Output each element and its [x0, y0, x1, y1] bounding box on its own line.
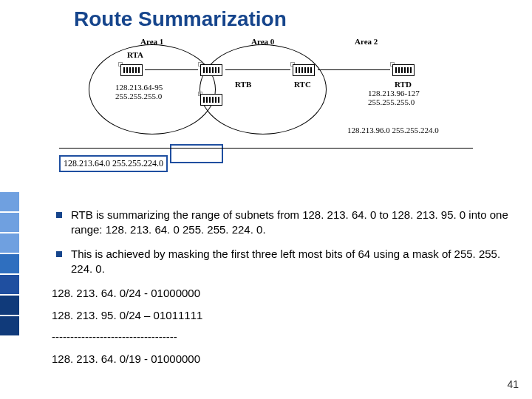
link [145, 69, 198, 70]
router-a-label: RTA [127, 50, 143, 59]
area-1-label: Area 1 [140, 37, 163, 46]
baseline [59, 148, 473, 149]
router-d-subnets: 128.213.96-127 255.255.255.0 [368, 89, 420, 106]
bullet-1: RTB is summarizing the range of subnets … [52, 208, 510, 236]
router-c-label: RTC [294, 80, 311, 89]
calc-line-1: 128. 213. 64. 0/24 - 01000000 [52, 286, 510, 301]
slide-root: Route Summarization Area 1 Area 0 Area 2… [0, 0, 532, 399]
router-icon [392, 64, 415, 76]
router-icon [120, 64, 143, 76]
decorative-sidebar [0, 192, 24, 337]
router-icon [293, 64, 315, 76]
router-a-net [118, 62, 123, 66]
area-0-boundary [200, 44, 327, 134]
summary-left-box: 128.213.64.0 255.255.224.0 [59, 155, 168, 172]
router-d-net [390, 62, 395, 66]
link [318, 69, 390, 70]
slide-title: Route Summarization [74, 7, 287, 31]
calc-separator: ---------------------------------- [52, 330, 510, 344]
bullet-2: This is achieved by masking the first th… [52, 247, 510, 276]
empty-highlight-box [170, 144, 223, 163]
router-c-net [290, 62, 295, 66]
router-b-net2 [198, 92, 202, 96]
area-0-label: Area 0 [251, 37, 274, 46]
router-a-subnets: 128.213.64-95 255.255.255.0 [115, 83, 163, 100]
calc-line-2: 128. 213. 95. 0/24 – 01011111 [52, 308, 510, 323]
area-2-label: Area 2 [355, 37, 378, 46]
router-b-net [198, 62, 202, 66]
router-icon [200, 64, 222, 76]
router-icon [200, 94, 222, 106]
router-d-label: RTD [395, 80, 412, 89]
calc-line-3: 128. 213. 64. 0/19 - 01000000 [52, 352, 510, 366]
network-diagram: Area 1 Area 0 Area 2 RTA RTB RTC RTD 128… [74, 37, 488, 185]
summary-right: 128.213.96.0 255.255.224.0 [347, 126, 439, 134]
link [225, 69, 290, 70]
router-b-label: RTB [235, 80, 251, 89]
slide-body: RTB is summarizing the range of subnets … [52, 203, 510, 367]
page-number: 41 [507, 378, 519, 390]
